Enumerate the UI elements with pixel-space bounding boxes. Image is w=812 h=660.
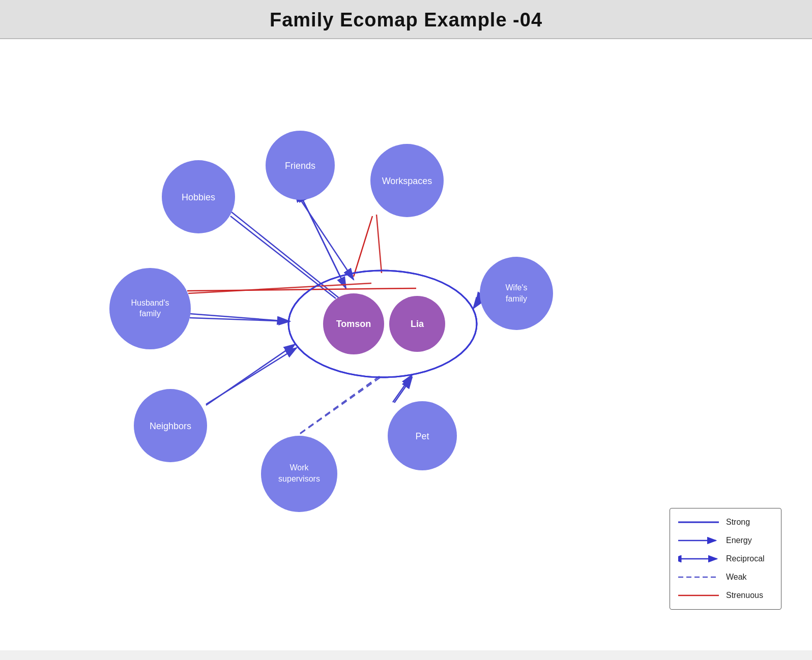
page-title: Family Ecomap Example -04: [0, 9, 812, 31]
legend-strong-label: Strong: [726, 518, 750, 527]
main-area: Hobbies Friends Workspaces Husband's fam…: [0, 39, 812, 650]
lia-label: Lia: [411, 319, 424, 329]
tomson-label: Tomson: [336, 319, 371, 329]
pet-label: Pet: [415, 431, 429, 441]
legend-weak-label: Weak: [726, 573, 747, 582]
friends-label: Friends: [285, 161, 315, 171]
wifes-family-label-line1: Wife's: [505, 283, 527, 292]
header: Family Ecomap Example -04: [0, 0, 812, 39]
svg-line-18: [187, 288, 416, 291]
legend-strenuous: Strenuous: [678, 591, 773, 600]
svg-line-21: [206, 348, 297, 404]
work-supervisors-node: [261, 436, 337, 512]
svg-line-5: [188, 283, 371, 293]
workspaces-label: Workspaces: [382, 176, 432, 186]
work-supervisors-label-line1: Work: [289, 463, 309, 472]
legend-reciprocal: Reciprocal: [678, 554, 773, 563]
work-supervisors-label-line2: supervisors: [278, 474, 320, 483]
legend: Strong Energy: [670, 508, 781, 610]
wifes-family-node: [480, 257, 553, 330]
husbands-family-label-line1: Husband's: [131, 298, 169, 307]
legend-reciprocal-label: Reciprocal: [726, 554, 765, 563]
neighbors-label: Neighbors: [150, 421, 191, 431]
hobbies-label: Hobbies: [182, 192, 215, 202]
legend-strenuous-label: Strenuous: [726, 591, 763, 600]
svg-line-19: [190, 318, 290, 321]
svg-line-10: [394, 377, 412, 403]
svg-line-17: [354, 216, 372, 277]
legend-strong: Strong: [678, 518, 773, 527]
husbands-family-node: [109, 268, 191, 349]
svg-line-22: [300, 376, 383, 434]
legend-energy: Energy: [678, 536, 773, 545]
legend-weak: Weak: [678, 573, 773, 582]
husbands-family-label-line2: family: [139, 309, 161, 318]
svg-line-7: [473, 298, 480, 309]
legend-energy-label: Energy: [726, 536, 752, 545]
wifes-family-label-line2: family: [506, 294, 527, 303]
svg-line-4: [376, 215, 382, 273]
svg-line-23: [393, 375, 412, 402]
svg-line-12: [300, 199, 354, 280]
